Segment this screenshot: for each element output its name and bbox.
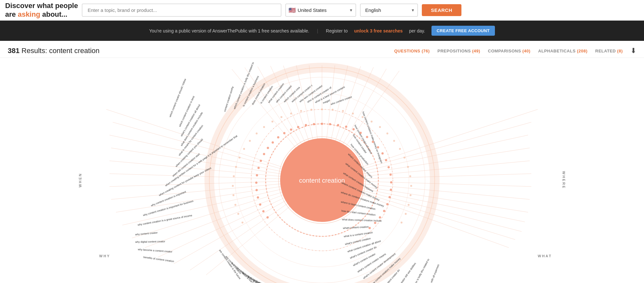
svg-point-143 [369, 227, 371, 229]
svg-point-139 [386, 203, 389, 205]
svg-point-187 [249, 140, 251, 142]
svg-point-141 [379, 216, 381, 219]
country-select[interactable]: United States [285, 4, 356, 17]
svg-point-158 [257, 196, 259, 199]
svg-point-127 [353, 128, 355, 131]
logo: Discover what people are asking about... [5, 2, 78, 19]
svg-point-135 [390, 174, 392, 176]
svg-point-183 [280, 116, 282, 118]
unlock-link[interactable]: unlock 3 free searches [354, 28, 403, 33]
svg-text:why digital content creator: why digital content creator [135, 240, 165, 243]
svg-point-171 [399, 148, 401, 150]
svg-point-180 [310, 109, 312, 111]
svg-text:which content creation is best: which content creation is best [178, 95, 195, 128]
svg-point-151 [267, 147, 269, 149]
svg-point-193 [232, 194, 234, 196]
svg-point-138 [389, 196, 391, 198]
svg-point-182 [290, 113, 292, 114]
svg-point-162 [321, 108, 323, 110]
svg-point-132 [382, 152, 384, 155]
logo-line2-suffix: about... [40, 10, 67, 18]
svg-point-124 [329, 123, 331, 125]
svg-point-125 [337, 124, 339, 126]
svg-point-161 [267, 216, 269, 219]
svg-point-191 [233, 175, 235, 177]
search-button[interactable]: SEARCH [422, 4, 461, 16]
svg-text:who content creator: who content creator [330, 95, 353, 106]
svg-point-133 [385, 159, 387, 161]
svg-text:which content creator should i: which content creator should i follow [168, 78, 187, 118]
notice-separator: | [317, 28, 318, 33]
svg-point-144 [313, 123, 315, 125]
tab-comparisons[interactable]: COMPARISONS (40) [488, 49, 530, 53]
svg-point-153 [260, 160, 262, 162]
svg-point-194 [234, 204, 236, 206]
svg-point-129 [366, 136, 368, 138]
svg-point-160 [262, 210, 265, 213]
svg-point-147 [290, 129, 292, 131]
svg-point-176 [410, 194, 412, 196]
svg-point-146 [297, 126, 299, 128]
svg-text:WHERE: WHERE [562, 171, 566, 189]
svg-point-175 [410, 185, 412, 187]
svg-point-170 [393, 140, 395, 142]
tab-alphabeticals[interactable]: ALPHABETICALS (208) [538, 49, 587, 53]
svg-point-142 [374, 222, 376, 224]
language-select[interactable]: English [360, 4, 418, 17]
tab-questions[interactable]: QUESTIONS (76) [394, 49, 430, 53]
logo-asking: asking [18, 10, 40, 18]
download-icon[interactable]: ⬇ [630, 47, 636, 55]
svg-point-189 [239, 157, 241, 159]
svg-text:WHAT: WHAT [538, 254, 552, 258]
svg-point-163 [332, 109, 334, 111]
svg-point-130 [372, 141, 374, 143]
svg-point-157 [256, 189, 258, 191]
search-input[interactable] [82, 4, 281, 17]
results-count: 381 [8, 47, 20, 55]
results-header: 381 Results: content creation QUESTIONS … [0, 41, 644, 58]
svg-point-192 [232, 185, 234, 187]
svg-point-150 [272, 142, 274, 144]
svg-point-155 [256, 174, 258, 177]
svg-text:WHEN: WHEN [78, 173, 82, 187]
tab-related[interactable]: RELATED (8) [595, 49, 623, 53]
create-account-button[interactable]: CREATE FREE ACCOUNT [431, 26, 495, 36]
svg-point-165 [352, 113, 354, 114]
svg-point-134 [388, 166, 390, 169]
svg-point-156 [255, 182, 258, 184]
svg-point-128 [360, 132, 362, 134]
header: Discover what people are asking about...… [0, 0, 644, 21]
svg-point-188 [243, 148, 245, 150]
logo-line2-prefix: are [5, 10, 18, 18]
svg-point-123 [321, 123, 323, 125]
svg-point-196 [242, 222, 243, 224]
svg-point-173 [407, 166, 409, 168]
notice-text3: per day. [409, 28, 425, 33]
country-select-wrap: 🇺🇸 United States ▼ [285, 4, 356, 17]
svg-point-136 [390, 181, 393, 184]
results-title: 381 Results: content creation [8, 47, 394, 55]
tab-prepositions[interactable]: PREPOSITIONS (49) [438, 49, 480, 53]
svg-point-185 [263, 126, 265, 128]
svg-point-169 [386, 132, 388, 134]
svg-point-184 [271, 121, 273, 123]
svg-point-154 [258, 167, 260, 169]
svg-text:what is a content creation: what is a content creation [343, 231, 373, 238]
notice-text1: You're using a public version of AnswerT… [149, 28, 309, 33]
svg-point-149 [277, 136, 279, 139]
language-select-wrap: English ▼ [360, 4, 418, 17]
svg-point-164 [342, 110, 344, 112]
svg-text:WHY: WHY [99, 254, 110, 258]
results-query: content creation [49, 47, 99, 55]
svg-point-167 [371, 121, 373, 123]
svg-point-140 [383, 210, 385, 212]
svg-point-190 [235, 166, 237, 168]
svg-point-131 [377, 146, 379, 149]
svg-point-126 [345, 126, 347, 128]
svg-text:why become a content creator: why become a content creator [137, 248, 173, 253]
svg-point-178 [405, 213, 407, 215]
svg-point-174 [409, 175, 411, 177]
svg-point-148 [283, 132, 286, 134]
svg-point-179 [401, 222, 402, 224]
svg-point-145 [305, 124, 307, 126]
